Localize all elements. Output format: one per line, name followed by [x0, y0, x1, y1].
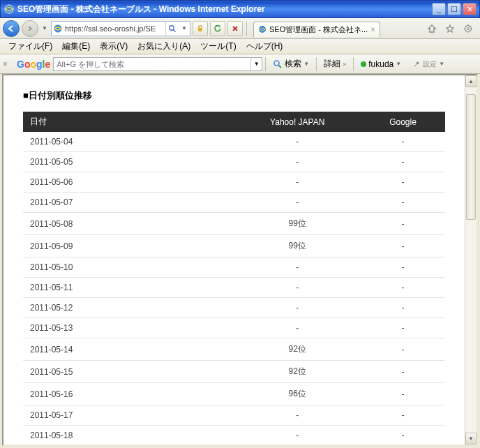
- cell-date: 2011-05-18: [23, 426, 234, 445]
- chevron-down-icon: ▼: [303, 61, 309, 67]
- table-row: 2011-05-0899位-: [23, 213, 445, 235]
- table-row: 2011-05-11--: [23, 278, 445, 298]
- page-icon: [53, 24, 63, 33]
- tab-strip: SEO管理画面 - 株式会社ネ... ×: [250, 20, 421, 37]
- favorites-button[interactable]: [442, 21, 458, 36]
- cell-date: 2011-05-16: [23, 383, 234, 405]
- back-button[interactable]: [3, 20, 20, 37]
- detail-label: 詳細: [324, 58, 340, 70]
- search-button[interactable]: 検索 ▼: [269, 57, 313, 72]
- separator: [353, 57, 354, 71]
- toolbar-search-dropdown-icon[interactable]: ▼: [250, 58, 262, 70]
- wrench-icon: [412, 60, 421, 68]
- detail-button[interactable]: 詳細 »: [320, 57, 350, 72]
- tab-icon: [258, 25, 267, 33]
- separator: [265, 57, 266, 71]
- cell-google: -: [361, 278, 445, 298]
- table-row: 2011-05-05--: [23, 152, 445, 172]
- stop-button[interactable]: [227, 21, 243, 36]
- minimize-button[interactable]: _: [432, 3, 446, 15]
- address-dropdown-icon[interactable]: ▼: [180, 25, 188, 31]
- window-title: SEO管理画面 - 株式会社ネーブルス - Windows Internet E…: [17, 3, 432, 15]
- cell-google: -: [361, 132, 445, 152]
- chevron-down-icon: ▼: [396, 61, 401, 67]
- table-row: 2011-05-07--: [23, 193, 445, 213]
- cell-google: -: [361, 257, 445, 278]
- nav-toolbar: ▼ https://ssl.seo-oroshi.jp/SE ▼ SEO管理画面…: [0, 18, 480, 39]
- cell-date: 2011-05-14: [23, 338, 234, 361]
- cell-google: -: [361, 405, 445, 426]
- menu-edit[interactable]: 編集(E): [58, 39, 94, 54]
- cell-yahoo: 92位: [234, 361, 361, 383]
- search-icon[interactable]: [165, 22, 178, 35]
- history-dropdown-icon[interactable]: ▼: [40, 20, 49, 37]
- table-row: 2011-05-1592位-: [23, 361, 445, 383]
- toolbar-search-input[interactable]: [54, 60, 250, 68]
- menu-file[interactable]: ファイル(F): [4, 39, 57, 54]
- rank-table: 日付 Yahoo! JAPAN Google 2011-05-04--2011-…: [23, 112, 445, 445]
- close-button[interactable]: ✕: [463, 3, 477, 15]
- scroll-down-icon[interactable]: ▼: [465, 433, 477, 445]
- svg-point-2: [169, 25, 173, 29]
- tab-close-icon[interactable]: ×: [370, 25, 375, 33]
- cell-google: -: [361, 318, 445, 338]
- table-row: 2011-05-1492位-: [23, 338, 445, 361]
- cell-date: 2011-05-11: [23, 278, 234, 298]
- scroll-up-icon[interactable]: ▲: [465, 75, 477, 87]
- cell-yahoo: 92位: [234, 338, 361, 361]
- forward-button[interactable]: [22, 20, 38, 37]
- settings-button[interactable]: 設定 ▼: [408, 57, 449, 72]
- cell-date: 2011-05-07: [23, 193, 234, 213]
- cell-date: 2011-05-05: [23, 152, 234, 172]
- home-button[interactable]: [424, 21, 440, 36]
- user-menu[interactable]: fukuda ▼: [357, 57, 405, 72]
- table-row: 2011-05-06--: [23, 172, 445, 193]
- expand-icon: »: [343, 61, 346, 68]
- cell-yahoo: -: [234, 172, 361, 193]
- table-row: 2011-05-1696位-: [23, 383, 445, 405]
- google-toolbar: × Google ▼ 検索 ▼ 詳細 » fukuda ▼ 設定 ▼: [0, 54, 480, 74]
- cell-yahoo: -: [234, 152, 361, 172]
- menu-view[interactable]: 表示(V): [96, 39, 132, 54]
- active-tab[interactable]: SEO管理画面 - 株式会社ネ... ×: [253, 22, 380, 37]
- svg-line-3: [173, 29, 175, 31]
- chevron-down-icon: ▼: [439, 61, 444, 67]
- cell-yahoo: -: [234, 298, 361, 318]
- cell-date: 2011-05-13: [23, 318, 234, 338]
- cell-date: 2011-05-10: [23, 257, 234, 278]
- scroll-thumb[interactable]: [466, 94, 476, 220]
- content-frame: ■日付別順位推移 日付 Yahoo! JAPAN Google 2011-05-…: [2, 74, 478, 446]
- scroll-track[interactable]: [465, 87, 477, 433]
- cell-yahoo: -: [234, 193, 361, 213]
- tab-label: SEO管理画面 - 株式会社ネ...: [269, 24, 368, 35]
- refresh-button[interactable]: [210, 21, 225, 36]
- toolbar-search-box[interactable]: ▼: [53, 57, 262, 71]
- table-row: 2011-05-17--: [23, 405, 445, 426]
- menu-favorites[interactable]: お気に入り(A): [133, 39, 195, 54]
- menu-tools[interactable]: ツール(T): [196, 39, 240, 54]
- window-titlebar: SEO管理画面 - 株式会社ネーブルス - Windows Internet E…: [0, 0, 480, 18]
- vertical-scrollbar[interactable]: ▲ ▼: [465, 75, 477, 445]
- cell-google: -: [361, 172, 445, 193]
- table-row: 2011-05-13--: [23, 318, 445, 338]
- col-date: 日付: [23, 112, 234, 132]
- menu-help[interactable]: ヘルプ(H): [242, 39, 287, 54]
- cell-date: 2011-05-12: [23, 298, 234, 318]
- address-bar[interactable]: https://ssl.seo-oroshi.jp/SE ▼: [51, 21, 190, 36]
- cell-google: -: [361, 426, 445, 445]
- tools-button[interactable]: [460, 21, 476, 36]
- cell-date: 2011-05-04: [23, 132, 234, 152]
- toolbar-close-icon[interactable]: ×: [3, 59, 14, 69]
- url-text: https://ssl.seo-oroshi.jp/SE: [65, 24, 163, 33]
- table-row: 2011-05-04--: [23, 132, 445, 152]
- svg-line-11: [279, 65, 282, 68]
- cell-date: 2011-05-08: [23, 213, 234, 235]
- cell-date: 2011-05-06: [23, 172, 234, 193]
- section-title: ■日付別順位推移: [23, 89, 445, 102]
- cell-google: -: [361, 298, 445, 318]
- table-row: 2011-05-12--: [23, 298, 445, 318]
- cell-yahoo: -: [234, 132, 361, 152]
- maximize-button[interactable]: ☐: [447, 3, 461, 15]
- cell-yahoo: 99位: [234, 213, 361, 235]
- security-lock-button[interactable]: [193, 21, 208, 36]
